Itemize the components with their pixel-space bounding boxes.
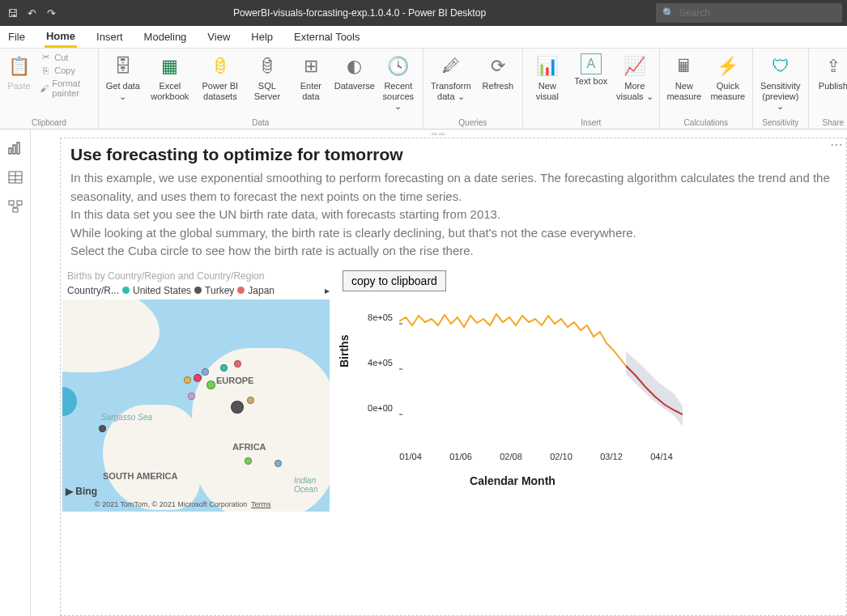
sql-server-button[interactable]: 🛢SQL Server	[248, 52, 287, 101]
copy-to-clipboard-button[interactable]: copy to clipboard	[343, 270, 446, 291]
svg-rect-2	[17, 142, 19, 154]
recent-sources-button[interactable]: 🕓Recent sources ⌄	[379, 52, 418, 112]
map-bubble[interactable]	[275, 460, 282, 467]
legend-item-label: Japan	[248, 285, 275, 296]
ribbon-group-data: 🗄Get data ⌄ ▦Excel workbook 🛢Power BI da…	[99, 49, 424, 129]
x-tick: 02/10	[550, 452, 572, 461]
chevron-right-icon[interactable]: ▸	[325, 285, 330, 296]
map-legend: Country/R... United States Turkey Japan …	[61, 285, 336, 300]
terms-link[interactable]: Terms	[251, 500, 271, 508]
quick-measure-icon: ⚡	[715, 53, 741, 79]
new-visual-button[interactable]: 📊New visual	[528, 52, 567, 101]
excel-workbook-button[interactable]: ▦Excel workbook	[147, 52, 193, 101]
paste-icon: 📋	[6, 53, 32, 79]
save-icon[interactable]: 🖫	[5, 6, 19, 20]
search-box[interactable]: 🔍	[656, 3, 842, 23]
more-visuals-button[interactable]: 📈More visuals ⌄	[615, 52, 654, 101]
model-view-icon[interactable]	[7, 199, 23, 214]
y-tick: 0e+00	[360, 403, 393, 413]
data-view-icon[interactable]	[7, 170, 23, 185]
ribbon-group-share: ⇪Publish Share	[809, 49, 847, 129]
publish-button[interactable]: ⇪Publish	[814, 52, 847, 91]
ribbon-group-clipboard: 📋 Paste ✂Cut ⎘Copy 🖌Format painter Clipb…	[0, 49, 99, 129]
ribbon-group-sensitivity: 🛡Sensitivity (preview) ⌄ Sensitivity	[753, 49, 809, 129]
map-bubble[interactable]	[247, 397, 254, 404]
title-bar: 🖫 ↶ ↷ PowerBI-visuals-forcasting-exp.1.0…	[0, 0, 847, 26]
quick-measure-button[interactable]: ⚡Quick measure	[709, 52, 747, 101]
report-page[interactable]: ⋯ Use forecasting to optimize for tomorr…	[60, 138, 847, 616]
map-bubble[interactable]	[62, 387, 77, 416]
transform-data-button[interactable]: 🖉Transform data ⌄	[428, 52, 474, 101]
svg-line-10	[11, 205, 15, 208]
menu-external-tools[interactable]: External Tools	[292, 28, 361, 46]
menu-home[interactable]: Home	[45, 27, 77, 48]
map-bubble[interactable]	[99, 425, 106, 432]
pbi-datasets-button[interactable]: 🛢Power BI datasets	[198, 52, 243, 101]
new-measure-button[interactable]: 🖩New measure	[665, 52, 704, 101]
y-tick: 4e+05	[360, 358, 393, 367]
menu-view[interactable]: View	[206, 28, 232, 46]
paste-button[interactable]: 📋 Paste	[5, 52, 33, 91]
legend-dot	[194, 287, 202, 294]
map-area[interactable]: EUROPE AFRICA SOUTH AMERICA Sargasso Sea…	[62, 300, 330, 512]
visual-options-icon[interactable]: ⋯	[830, 137, 843, 152]
map-bubble[interactable]	[231, 401, 244, 414]
publish-icon: ⇪	[820, 53, 846, 79]
map-attribution: © 2021 TomTom, © 2021 Microsoft Corporat…	[95, 500, 271, 508]
text-box-button[interactable]: AText box	[572, 52, 611, 87]
map-bubble[interactable]	[220, 364, 228, 372]
ribbon-group-queries: 🖉Transform data ⌄ ⟳Refresh Queries	[424, 49, 523, 129]
search-input[interactable]	[679, 7, 836, 19]
get-data-button[interactable]: 🗄Get data ⌄	[104, 52, 143, 101]
menu-insert[interactable]: Insert	[95, 28, 125, 46]
menu-file[interactable]: File	[6, 28, 27, 46]
legend-item-label: United States	[133, 285, 191, 296]
clipboard-small-buttons: ✂Cut ⎘Copy 🖌Format painter	[38, 52, 93, 98]
menu-help[interactable]: Help	[249, 28, 275, 46]
undo-icon[interactable]: ↶	[24, 6, 39, 20]
map-bubble[interactable]	[188, 393, 195, 400]
ribbon-group-calculations: 🖩New measure ⚡Quick measure Calculations	[660, 49, 753, 129]
app-body: ══ ⋯ Use forecasting to optimize for tom…	[0, 130, 847, 616]
body-text: In this data set you see the UN birth ra…	[70, 206, 836, 224]
more-visuals-icon: 📈	[622, 53, 648, 79]
map-bubble[interactable]	[202, 368, 209, 376]
group-label: Clipboard	[32, 117, 66, 127]
body-text: In this example, we use exponential smoo…	[70, 169, 836, 206]
chart-icon: 📊	[534, 53, 560, 79]
transform-icon: 🖉	[438, 53, 464, 79]
map-bubble[interactable]	[234, 360, 241, 367]
group-label: Data	[252, 117, 269, 127]
ribbon-group-insert: 📊New visual AText box 📈More visuals ⌄ In…	[523, 49, 660, 129]
map-bubble[interactable]	[184, 376, 191, 384]
group-label: Calculations	[684, 117, 728, 127]
drag-handle-icon[interactable]: ══	[31, 130, 847, 138]
plot-area	[399, 301, 683, 448]
map-bubble[interactable]	[194, 374, 202, 382]
sensitivity-button[interactable]: 🛡Sensitivity (preview) ⌄	[758, 52, 803, 112]
copy-button[interactable]: ⎘Copy	[40, 66, 93, 75]
report-view-icon[interactable]	[7, 141, 23, 155]
chart-area: Births 8e+05 4e+05 0e+00	[343, 295, 683, 473]
enter-data-button[interactable]: ⊞Enter data	[292, 52, 330, 101]
map-bubble[interactable]	[245, 457, 252, 465]
cut-icon: ✂	[40, 52, 51, 62]
x-tick: 01/04	[399, 452, 422, 461]
dataverse-icon: ◐	[342, 53, 368, 79]
cut-button[interactable]: ✂Cut	[40, 52, 93, 62]
actual-line	[399, 314, 626, 366]
x-tick: 01/06	[449, 452, 472, 461]
map-region-label: SOUTH AMERICA	[103, 471, 177, 481]
refresh-button[interactable]: ⟳Refresh	[479, 52, 517, 91]
shield-icon: 🛡	[768, 53, 794, 79]
dataverse-button[interactable]: ◐Dataverse	[335, 52, 374, 91]
format-painter-button[interactable]: 🖌Format painter	[40, 79, 93, 98]
forecast-chart-visual[interactable]: copy to clipboard Births 8e+05 4e+05 0e+…	[336, 270, 846, 512]
menu-modeling[interactable]: Modeling	[143, 28, 189, 46]
page-title: Use forecasting to optimize for tomorrow	[70, 145, 836, 164]
map-visual[interactable]: Births by Country/Region and Country/Reg…	[61, 270, 336, 512]
map-sea-label: Indian Ocean	[294, 476, 330, 494]
quick-access-toolbar: 🖫 ↶ ↷	[0, 6, 63, 20]
map-bubble[interactable]	[206, 380, 215, 389]
redo-icon[interactable]: ↷	[44, 6, 58, 20]
